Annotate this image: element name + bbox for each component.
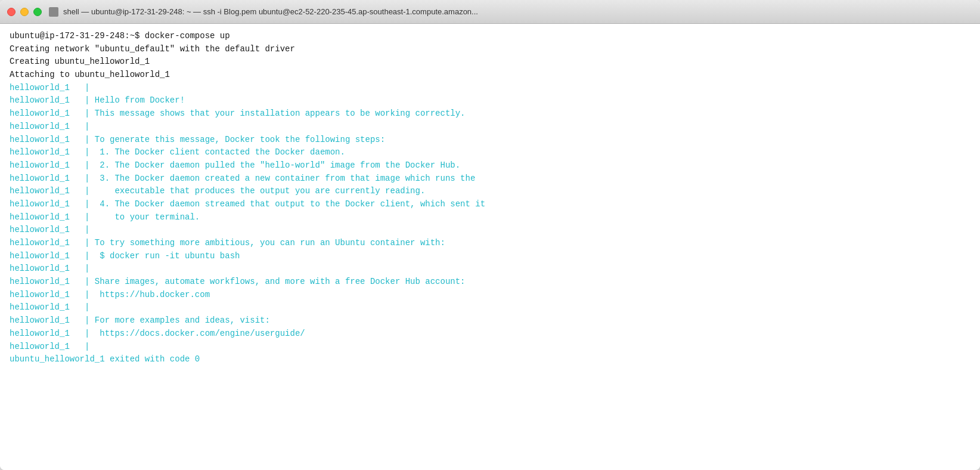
system-line-3: Attaching to ubuntu_helloworld_1 bbox=[10, 69, 970, 82]
output-line-17: helloworld_1 | https://hub.docker.com bbox=[10, 289, 970, 302]
output-line-1: helloworld_1 | bbox=[10, 82, 970, 95]
prompt-line: ubuntu@ip-172-31-29-248:~$ docker-compos… bbox=[10, 30, 970, 43]
minimize-button[interactable] bbox=[20, 8, 29, 16]
exit-line: ubuntu_helloworld_1 exited with code 0 bbox=[10, 353, 970, 366]
output-line-7: helloworld_1 | 2. The Docker daemon pull… bbox=[10, 159, 970, 172]
output-line-6: helloworld_1 | 1. The Docker client cont… bbox=[10, 146, 970, 159]
output-line-16: helloworld_1 | Share images, automate wo… bbox=[10, 276, 970, 289]
output-line-5: helloworld_1 | To generate this message,… bbox=[10, 134, 970, 147]
output-line-15: helloworld_1 | bbox=[10, 262, 970, 276]
close-button[interactable] bbox=[7, 8, 15, 16]
output-line-21: helloworld_1 | bbox=[10, 341, 970, 354]
output-line-11: helloworld_1 | to your terminal. bbox=[10, 211, 970, 224]
output-line-20: helloworld_1 | https://docs.docker.com/e… bbox=[10, 327, 970, 341]
output-line-19: helloworld_1 | For more examples and ide… bbox=[10, 314, 970, 327]
output-line-8: helloworld_1 | 3. The Docker daemon crea… bbox=[10, 172, 970, 185]
output-line-18: helloworld_1 | bbox=[10, 301, 970, 314]
traffic-lights bbox=[7, 8, 42, 16]
window-title: shell — ubuntu@ip-172-31-29-248: ~ — ssh… bbox=[63, 7, 478, 16]
system-line-2: Creating ubuntu_helloworld_1 bbox=[10, 55, 970, 69]
window-icon bbox=[49, 7, 58, 17]
output-line-13: helloworld_1 | To try something more amb… bbox=[10, 237, 970, 250]
output-line-12: helloworld_1 | bbox=[10, 224, 970, 237]
terminal-body[interactable]: ubuntu@ip-172-31-29-248:~$ docker-compos… bbox=[0, 24, 980, 470]
maximize-button[interactable] bbox=[33, 8, 42, 16]
output-line-2: helloworld_1 | Hello from Docker! bbox=[10, 94, 970, 107]
title-bar: shell — ubuntu@ip-172-31-29-248: ~ — ssh… bbox=[0, 0, 980, 24]
system-line-1: Creating network "ubuntu_default" with t… bbox=[10, 43, 970, 56]
output-line-10: helloworld_1 | 4. The Docker daemon stre… bbox=[10, 198, 970, 211]
output-line-9: helloworld_1 | executable that produces … bbox=[10, 185, 970, 198]
output-line-4: helloworld_1 | bbox=[10, 120, 970, 134]
terminal-window: shell — ubuntu@ip-172-31-29-248: ~ — ssh… bbox=[0, 0, 980, 470]
output-line-3: helloworld_1 | This message shows that y… bbox=[10, 107, 970, 120]
output-line-14: helloworld_1 | $ docker run -it ubuntu b… bbox=[10, 250, 970, 263]
